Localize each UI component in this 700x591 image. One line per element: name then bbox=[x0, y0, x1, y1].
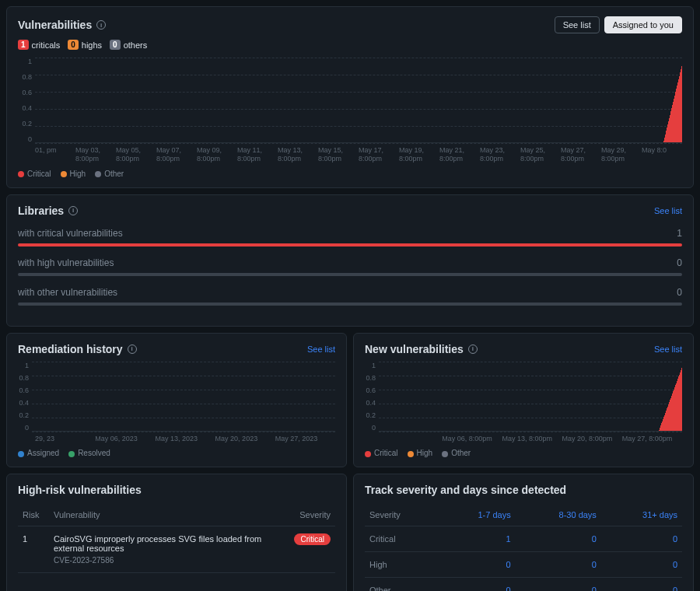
track-severity-table: Severity 1-7 days 8-30 days 31+ days Cri… bbox=[365, 504, 682, 591]
libraries-title-text: Libraries bbox=[18, 205, 64, 217]
d1-cell[interactable]: 1 bbox=[439, 526, 516, 552]
high-risk-table: Risk Vulnerability Severity 1CairoSVG im… bbox=[18, 504, 335, 573]
track-severity-panel: Track severity and days since detected S… bbox=[353, 474, 694, 591]
new-vulnerabilities-title: New vulnerabilities bbox=[365, 343, 464, 355]
library-label: with critical vulnerabilities bbox=[18, 228, 123, 239]
remediation-see-list-link[interactable]: See list bbox=[307, 344, 335, 354]
new-vulnerabilities-xaxis: May 06, 8:00pmMay 13, 8:00pmMay 20, 8:00… bbox=[382, 435, 682, 443]
col-vulnerability[interactable]: Vulnerability bbox=[49, 504, 281, 526]
legend-critical: Critical bbox=[27, 170, 51, 178]
d3-cell[interactable]: 0 bbox=[601, 526, 682, 552]
legend-other: Other bbox=[104, 170, 124, 178]
table-row[interactable]: Critical100 bbox=[365, 526, 682, 552]
severity-cell: Other bbox=[365, 578, 439, 591]
info-icon[interactable]: i bbox=[468, 344, 478, 354]
critical-area bbox=[659, 367, 682, 431]
track-severity-title: Track severity and days since detected bbox=[365, 484, 566, 496]
library-label: with high vulnerabilities bbox=[18, 257, 114, 268]
d2-cell[interactable]: 0 bbox=[516, 578, 601, 591]
library-value: 0 bbox=[677, 287, 682, 298]
table-row[interactable]: High000 bbox=[365, 552, 682, 578]
info-icon[interactable]: i bbox=[128, 344, 137, 354]
col-1-7-days[interactable]: 1-7 days bbox=[439, 504, 516, 526]
libraries-panel: Libraries i See list with critical vulne… bbox=[6, 194, 694, 327]
remediation-chart[interactable]: 10.80.60.40.20 bbox=[18, 362, 335, 432]
criticals-label: criticals bbox=[32, 40, 61, 50]
legend-other: Other bbox=[451, 449, 471, 457]
vulnerabilities-legend: Critical High Other bbox=[18, 170, 682, 178]
legend-resolved: Resolved bbox=[78, 449, 110, 457]
remediation-xaxis: 29, 23May 06, 2023May 13, 2023May 20, 20… bbox=[35, 435, 335, 443]
d1-cell[interactable]: 0 bbox=[439, 578, 516, 591]
legend-critical: Critical bbox=[374, 449, 398, 457]
severity-cell: Critical bbox=[365, 526, 439, 552]
see-list-button[interactable]: See list bbox=[555, 16, 600, 33]
library-row[interactable]: with critical vulnerabilities1 bbox=[18, 228, 682, 247]
library-row[interactable]: with high vulnerabilities0 bbox=[18, 257, 682, 276]
d3-cell[interactable]: 0 bbox=[601, 552, 682, 578]
vulnerabilities-chart[interactable]: 10.80.60.40.20 bbox=[18, 58, 682, 143]
info-icon[interactable]: i bbox=[68, 206, 78, 215]
new-vulnerabilities-see-list-link[interactable]: See list bbox=[654, 344, 682, 354]
criticals-count: 1 bbox=[18, 40, 29, 50]
libraries-see-list-link[interactable]: See list bbox=[654, 206, 682, 215]
cve-id: CVE-2023-27586 bbox=[54, 556, 276, 565]
severity-badges: 1criticals 0highs 0others bbox=[18, 40, 682, 50]
risk-cell: 1 bbox=[18, 526, 49, 573]
d1-cell[interactable]: 0 bbox=[439, 552, 516, 578]
legend-assigned: Assigned bbox=[27, 449, 59, 457]
others-count: 0 bbox=[110, 40, 121, 50]
high-risk-title: High-risk vulnerabilities bbox=[18, 484, 142, 496]
highs-count: 0 bbox=[68, 40, 79, 50]
d2-cell[interactable]: 0 bbox=[516, 526, 601, 552]
col-severity[interactable]: Severity bbox=[365, 504, 439, 526]
vulnerabilities-panel: Vulnerabilities i See list Assigned to y… bbox=[6, 6, 694, 188]
library-label: with other vulnerabilities bbox=[18, 287, 117, 298]
table-row[interactable]: Other000 bbox=[365, 578, 682, 591]
d2-cell[interactable]: 0 bbox=[516, 552, 601, 578]
remediation-legend: Assigned Resolved bbox=[18, 449, 335, 457]
new-vulnerabilities-panel: New vulnerabilitiesi See list 10.80.60.4… bbox=[353, 333, 694, 468]
library-row[interactable]: with other vulnerabilities0 bbox=[18, 287, 682, 306]
vuln-cell: CairoSVG improperly processes SVG files … bbox=[49, 526, 281, 573]
new-vulnerabilities-chart[interactable]: 10.80.60.40.20 bbox=[365, 362, 682, 432]
col-8-30-days[interactable]: 8-30 days bbox=[516, 504, 601, 526]
col-31-days[interactable]: 31+ days bbox=[601, 504, 682, 526]
table-row[interactable]: 1CairoSVG improperly processes SVG files… bbox=[18, 526, 335, 573]
highs-label: highs bbox=[82, 40, 102, 50]
severity-cell: High bbox=[365, 552, 439, 578]
vulnerabilities-xaxis: 01, pmMay 03, 8:00pmMay 05, 8:00pmMay 07… bbox=[35, 146, 682, 163]
col-risk[interactable]: Risk bbox=[18, 504, 49, 526]
assigned-to-you-button[interactable]: Assigned to you bbox=[604, 16, 682, 33]
col-severity[interactable]: Severity bbox=[281, 504, 335, 526]
library-value: 0 bbox=[677, 257, 682, 268]
legend-high: High bbox=[417, 449, 433, 457]
remediation-panel: Remediation historyi See list 10.80.60.4… bbox=[6, 333, 347, 468]
critical-area bbox=[663, 65, 682, 142]
vulnerabilities-title-text: Vulnerabilities bbox=[18, 19, 92, 31]
legend-high: High bbox=[70, 170, 86, 178]
library-value: 1 bbox=[677, 228, 682, 239]
libraries-title: Libraries i bbox=[18, 205, 78, 217]
severity-pill: Critical bbox=[294, 533, 331, 545]
new-vulnerabilities-legend: Critical High Other bbox=[365, 449, 682, 457]
info-icon[interactable]: i bbox=[96, 20, 106, 30]
high-risk-panel: High-risk vulnerabilities Risk Vulnerabi… bbox=[6, 474, 347, 591]
remediation-title: Remediation history bbox=[18, 343, 123, 355]
others-label: others bbox=[124, 40, 148, 50]
vulnerabilities-title: Vulnerabilities i bbox=[18, 19, 106, 31]
d3-cell[interactable]: 0 bbox=[601, 578, 682, 591]
